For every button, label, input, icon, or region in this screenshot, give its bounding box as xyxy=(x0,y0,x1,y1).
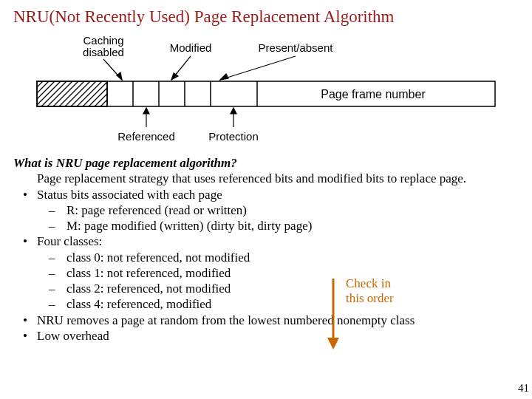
slide-body: What is NRU page replacement algorithm? … xyxy=(0,149,532,344)
sub-class2: –class 2: referenced, not modified xyxy=(13,281,523,296)
svg-line-4 xyxy=(220,56,296,80)
down-arrow-icon xyxy=(325,277,341,351)
svg-marker-15 xyxy=(143,108,149,114)
description-text: Page replacement strategy that uses refe… xyxy=(13,171,523,186)
check-order-annotation: Check in this order xyxy=(346,276,394,305)
diag-label-caching: Caching xyxy=(83,34,123,47)
slide-title: NRU(Not Recently Used) Page Replacement … xyxy=(0,0,532,27)
sub-class0: –class 0: not referenced, not modified xyxy=(13,250,523,265)
svg-rect-7 xyxy=(37,81,107,106)
svg-marker-1 xyxy=(117,72,122,80)
svg-marker-19 xyxy=(327,338,339,349)
bullet-four-classes: •Four classes: xyxy=(13,233,523,249)
svg-marker-5 xyxy=(220,74,228,80)
sub-r-bit: –R: page referenced (read or written) xyxy=(13,202,523,218)
diag-label-frame: Page frame number xyxy=(321,88,426,100)
page-table-entry-diagram: Caching disabled Modified Present/absent… xyxy=(22,31,510,149)
bullet-status-bits: •Status bits associated with each page xyxy=(13,187,523,202)
diag-label-protection: Protection xyxy=(208,130,259,143)
sub-class1: –class 1: not referenced, modified xyxy=(13,265,523,281)
page-number: 41 xyxy=(518,382,529,395)
diag-label-caching2: disabled xyxy=(83,46,124,58)
sub-class4: –class 4: referenced, modified xyxy=(13,296,523,312)
bullet-low-overhead: •Low overhead xyxy=(13,328,523,344)
sub-m-bit: –M: page modified (written) (dirty bit, … xyxy=(13,218,523,233)
svg-marker-3 xyxy=(171,73,178,80)
diag-label-present: Present/absent xyxy=(259,41,334,54)
svg-marker-17 xyxy=(231,108,236,114)
diag-label-modified: Modified xyxy=(170,41,212,54)
bullet-nru-removes: •NRU removes a page at random from the l… xyxy=(13,313,523,328)
question-heading: What is NRU page replacement algorithm? xyxy=(13,155,523,171)
diag-label-referenced: Referenced xyxy=(117,130,175,143)
